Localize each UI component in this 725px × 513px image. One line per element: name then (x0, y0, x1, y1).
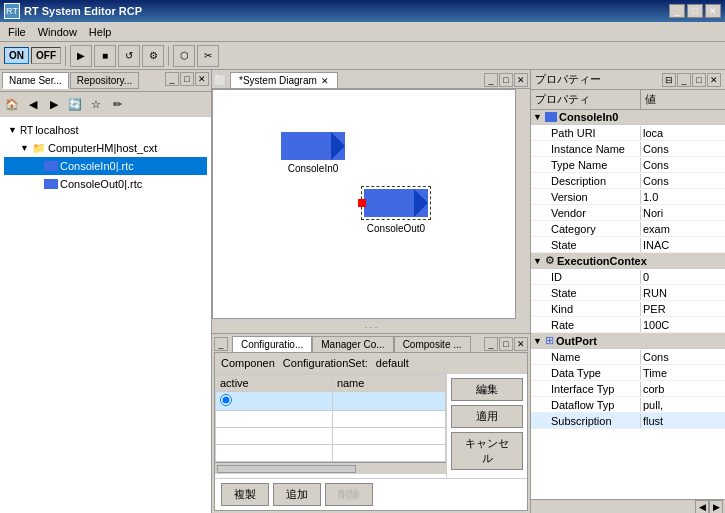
tab-composite[interactable]: Composite ... (394, 336, 471, 352)
prop-val-type-name: Cons (641, 158, 725, 172)
diagram-maximize[interactable]: □ (499, 73, 513, 87)
refresh-icon[interactable]: 🔄 (65, 94, 85, 114)
diagram-canvas[interactable]: ConsoleIn0 ConsoleOut0 (212, 89, 516, 319)
diagram-controls: _ □ ✕ (484, 73, 528, 87)
left-panel: Name Ser... Repository... _ □ ✕ 🏠 ◀ ▶ 🔄 … (0, 70, 212, 513)
forward-icon[interactable]: ▶ (44, 94, 64, 114)
tree-toggle-root: ▼ (8, 125, 20, 135)
group-header-execution[interactable]: ▼ ⚙ ExecutionContex (531, 253, 725, 269)
props-body[interactable]: ▼ ConsoleIn0 Path URI loca Instance Name… (531, 110, 725, 499)
left-panel-close[interactable]: ✕ (195, 72, 209, 86)
tree-item-consoleout[interactable]: ConsoleOut0|.rtc (4, 175, 207, 193)
diagram-scrollbar-v[interactable] (516, 89, 530, 319)
component-label: Componen (221, 357, 275, 369)
props-header-controls: ⊟ _ □ ✕ (662, 73, 721, 87)
delete-button[interactable]: 削除 (325, 483, 373, 506)
prop-val-category: exam (641, 222, 725, 236)
props-close[interactable]: ✕ (707, 73, 721, 87)
tab-configuration[interactable]: Configuratio... (232, 336, 312, 352)
menu-window[interactable]: Window (32, 24, 83, 40)
cancel-button[interactable]: キャンセル (451, 432, 523, 470)
off-button[interactable]: OFF (31, 47, 61, 64)
props-footer: ◀ ▶ (531, 499, 725, 513)
left-panel-minimize[interactable]: _ (165, 72, 179, 86)
group-label-consolein0: ConsoleIn0 (559, 111, 618, 123)
group-consolein0: ▼ ConsoleIn0 Path URI loca Instance Name… (531, 110, 725, 253)
minimize-btn[interactable]: _ (669, 4, 685, 18)
back-icon[interactable]: ◀ (23, 94, 43, 114)
table-scrollbar-h[interactable] (215, 462, 446, 474)
home-icon[interactable]: 🏠 (2, 94, 22, 114)
diagram-tab-close[interactable]: ✕ (321, 76, 329, 86)
apply-button[interactable]: 適用 (451, 405, 523, 428)
active-radio[interactable] (220, 394, 232, 406)
props-minimize[interactable]: ⊟ (662, 73, 676, 87)
prop-name-version: Version (531, 190, 641, 204)
prop-name-category: Category (531, 222, 641, 236)
prop-name-type-name: Type Name (531, 158, 641, 172)
config-header: Componen ConfigurationSet: default (215, 353, 527, 374)
props-header: プロパティー ⊟ _ □ ✕ (531, 70, 725, 90)
props-scroll-right[interactable]: ▶ (709, 500, 723, 514)
prop-name-interface-type: Interface Typ (531, 382, 641, 396)
stop-button[interactable]: ■ (94, 45, 116, 67)
props-maximize[interactable]: □ (692, 73, 706, 87)
diagram-minimize[interactable]: _ (484, 73, 498, 87)
tree-panel[interactable]: ▼ RT localhost ▼ 📁 ComputerHM|host_cxt C… (0, 117, 211, 513)
rt-icon: RT (20, 125, 33, 136)
consolein-component[interactable]: ConsoleIn0 (281, 132, 345, 174)
copy-button[interactable]: 複製 (221, 483, 269, 506)
config-minimize[interactable]: _ (214, 337, 228, 351)
table-row[interactable] (216, 392, 446, 411)
menu-help[interactable]: Help (83, 24, 118, 40)
tree-folder-label: ComputerHM|host_cxt (48, 142, 157, 154)
tree-item-consolein[interactable]: ConsoleIn0|.rtc (4, 157, 207, 175)
tb4[interactable]: ⚙ (142, 45, 164, 67)
prop-val-id: 0 (641, 270, 725, 284)
tree-root[interactable]: ▼ RT localhost (4, 121, 207, 139)
consoleout-selection (361, 186, 431, 220)
prop-val-state: INAC (641, 238, 725, 252)
tab-manager-config[interactable]: Manager Co... (312, 336, 393, 352)
edit-button[interactable]: 編集 (451, 378, 523, 401)
group-header-consolein0[interactable]: ▼ ConsoleIn0 (531, 110, 725, 125)
group-header-outport[interactable]: ▼ ⊞ OutPort (531, 333, 725, 349)
bookmark-icon[interactable]: ☆ (86, 94, 106, 114)
left-panel-maximize[interactable]: □ (180, 72, 194, 86)
menu-file[interactable]: File (2, 24, 32, 40)
right-panel: プロパティー ⊟ _ □ ✕ プロパティ 値 ▼ ConsoleIn0 (530, 70, 725, 513)
play-button[interactable]: ▶ (70, 45, 92, 67)
expand-consolein0: ▼ (533, 112, 545, 122)
group-execution-context: ▼ ⚙ ExecutionContex ID 0 State RUN Kind … (531, 253, 725, 333)
prop-row-description: Description Cons (531, 173, 725, 189)
config-table: active name (215, 374, 447, 478)
close-btn[interactable]: ✕ (705, 4, 721, 18)
tab-system-diagram[interactable]: *System Diagram ✕ (230, 72, 338, 88)
on-button[interactable]: ON (4, 47, 29, 64)
edit-icon[interactable]: ✏ (107, 94, 127, 114)
connect-button[interactable]: ⬡ (173, 45, 195, 67)
diagram-close[interactable]: ✕ (514, 73, 528, 87)
diagram-scrollbar-h[interactable]: · · · (212, 321, 530, 333)
prop-row-instance-name: Instance Name Cons (531, 141, 725, 157)
window-controls: _ □ ✕ (669, 4, 721, 18)
config-max-btn[interactable]: □ (499, 337, 513, 351)
config-body: active name (215, 374, 527, 478)
port-indicator-left (358, 199, 366, 207)
tab-name-service[interactable]: Name Ser... (2, 72, 69, 89)
consoleout-component[interactable]: ConsoleOut0 (361, 186, 431, 234)
props-minimize2[interactable]: _ (677, 73, 691, 87)
disconnect-button[interactable]: ✂ (197, 45, 219, 67)
prop-name-port-name: Name (531, 350, 641, 364)
config-close-btn[interactable]: ✕ (514, 337, 528, 351)
props-scroll-left[interactable]: ◀ (695, 500, 709, 514)
reset-button[interactable]: ↺ (118, 45, 140, 67)
prop-row-data-type: Data Type Time (531, 365, 725, 381)
consoleout-label: ConsoleOut0 (367, 223, 425, 234)
tab-repository[interactable]: Repository... (70, 72, 139, 89)
tree-folder[interactable]: ▼ 📁 ComputerHM|host_cxt (4, 139, 207, 157)
config-min-btn[interactable]: _ (484, 337, 498, 351)
maximize-btn[interactable]: □ (687, 4, 703, 18)
add-button[interactable]: 追加 (273, 483, 321, 506)
prop-val-path-uri: loca (641, 126, 725, 140)
